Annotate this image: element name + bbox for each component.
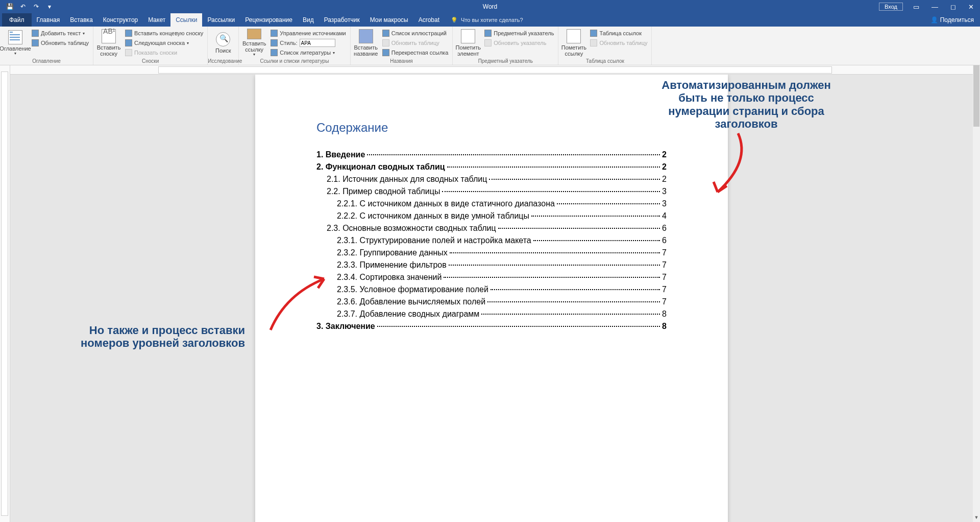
tab-рассылки[interactable]: Рассылки bbox=[202, 13, 240, 27]
mark-citation-button[interactable]: Пометить ссылку bbox=[560, 28, 587, 57]
toc-entry-page: 7 bbox=[662, 273, 667, 282]
citation-icon bbox=[247, 29, 261, 39]
manage-sources-button[interactable]: Управление источниками bbox=[268, 29, 348, 38]
redo-button[interactable]: ↷ bbox=[31, 1, 42, 12]
scrollbar-thumb[interactable] bbox=[973, 65, 979, 127]
arrow-right-icon bbox=[702, 131, 758, 202]
document-page[interactable]: Содержание 1. Введение 22. Функционал св… bbox=[255, 75, 728, 522]
qat-customize-button[interactable]: ▾ bbox=[44, 1, 55, 12]
toc-entry[interactable]: 2.3.5. Условное форматирование полей 7 bbox=[316, 285, 667, 294]
search-button[interactable]: 🔍 Поиск bbox=[210, 28, 236, 57]
tab-acrobat[interactable]: Acrobat bbox=[413, 13, 445, 27]
document-area: Содержание 1. Введение 22. Функционал св… bbox=[10, 75, 973, 522]
tab-мои макросы[interactable]: Мои макросы bbox=[365, 13, 413, 27]
add-text-button[interactable]: Добавить текст ▾ bbox=[30, 29, 91, 38]
ribbon-options-button[interactable]: ▭ bbox=[907, 0, 925, 13]
titlebar: 💾 ↶ ↷ ▾ Word Вход ▭ — ◻ ✕ bbox=[0, 0, 980, 13]
toc-entry[interactable]: 2. Функционал сводных таблиц 2 bbox=[316, 162, 667, 172]
toc-entry[interactable]: 2.3.6. Добавление вычисляемых полей 7 bbox=[316, 297, 667, 306]
toc-entry-text: 2.1. Источник данных для сводных таблиц bbox=[327, 175, 487, 184]
tab-вид[interactable]: Вид bbox=[298, 13, 319, 27]
figure-list-button[interactable]: Список иллюстраций bbox=[380, 29, 451, 38]
toc-button[interactable]: Оглавление ▾ bbox=[2, 28, 29, 57]
show-footnotes-icon bbox=[125, 49, 132, 56]
insert-citation-label: Вставить ссылку bbox=[241, 40, 267, 53]
save-button[interactable]: 💾 bbox=[4, 1, 15, 12]
toc-entry[interactable]: 2.2. Пример сводной таблицы 3 bbox=[316, 187, 667, 196]
toc-entry[interactable]: 3. Заключение 8 bbox=[316, 322, 667, 331]
insert-caption-button[interactable]: Вставить название bbox=[353, 28, 379, 57]
toc-entry[interactable]: 2.3.1. Структурирование полей и настройк… bbox=[316, 236, 667, 245]
toc-entry[interactable]: 1. Введение 2 bbox=[316, 150, 667, 159]
toc-entry-text: 2.2.2. С источником данных в виде умной … bbox=[337, 211, 529, 221]
toc-leader-dots bbox=[450, 252, 660, 253]
insert-footnote-button[interactable]: AB¹ Вставить сноску bbox=[95, 28, 122, 57]
toc-entry[interactable]: 2.3.4. Сортировка значений 7 bbox=[316, 273, 667, 282]
bibliography-button[interactable]: Список литературы ▾ bbox=[268, 48, 348, 57]
ruler-horizontal[interactable] bbox=[10, 65, 980, 75]
style-select[interactable] bbox=[300, 39, 335, 47]
vertical-scrollbar[interactable]: ▲ ▼ bbox=[973, 65, 980, 522]
tell-me[interactable]: 💡 Что вы хотите сделать? bbox=[451, 17, 523, 23]
toc-entry-page: 2 bbox=[662, 162, 667, 172]
group-captions-label: Названия bbox=[351, 58, 453, 64]
next-footnote-button[interactable]: Следующая сноска ▾ bbox=[123, 38, 205, 48]
update-authorities-button[interactable]: Обновить таблицу bbox=[588, 38, 649, 48]
tab-file[interactable]: Файл bbox=[2, 13, 32, 27]
group-footnotes: AB¹ Вставить сноску Вставить концевую сн… bbox=[93, 27, 208, 65]
toc-entry-page: 7 bbox=[662, 260, 667, 270]
tab-главная[interactable]: Главная bbox=[32, 13, 65, 27]
group-index-label: Предметный указатель bbox=[453, 58, 558, 64]
update-index-button[interactable]: Обновить указатель bbox=[482, 38, 556, 48]
toc-button-label: Оглавление bbox=[0, 45, 31, 52]
citation-style-row: Стиль: bbox=[268, 38, 348, 48]
close-button[interactable]: ✕ bbox=[962, 0, 980, 13]
endnote-label: Вставить концевую сноску bbox=[134, 30, 203, 36]
toc-leader-dots bbox=[377, 326, 660, 327]
annotation-right: Автоматизированным должен быть не только… bbox=[654, 79, 838, 130]
style-label: Стиль: bbox=[280, 40, 297, 46]
tab-рецензирование[interactable]: Рецензирование bbox=[240, 13, 298, 27]
minimize-button[interactable]: — bbox=[925, 0, 944, 13]
toc-entry[interactable]: 2.3.2. Группирование данных 7 bbox=[316, 248, 667, 257]
toc-entry[interactable]: 2.1. Источник данных для сводных таблиц … bbox=[316, 175, 667, 184]
toc-leader-dots bbox=[533, 240, 660, 241]
tab-разработчик[interactable]: Разработчик bbox=[319, 13, 365, 27]
insert-endnote-button[interactable]: Вставить концевую сноску bbox=[123, 29, 205, 38]
toc-leader-dots bbox=[491, 289, 660, 290]
toc-entry[interactable]: 2.3.7. Добавление сводных диаграмм 8 bbox=[316, 310, 667, 319]
toc-entry[interactable]: 2.3.3. Применение фильтров 7 bbox=[316, 260, 667, 270]
tab-макет[interactable]: Макет bbox=[143, 13, 170, 27]
tab-ссылки[interactable]: Ссылки bbox=[170, 13, 202, 27]
scroll-down-icon[interactable]: ▼ bbox=[973, 515, 980, 522]
search-icon: 🔍 bbox=[216, 32, 230, 46]
show-footnotes-button[interactable]: Показать сноски bbox=[123, 48, 205, 57]
ribbon: Оглавление ▾ Добавить текст ▾ Обновить т… bbox=[0, 27, 980, 65]
toc-entry[interactable]: 2.3. Основные возможности сводных таблиц… bbox=[316, 224, 667, 233]
group-index: Пометить элемент Предметный указатель Об… bbox=[453, 27, 558, 65]
toc-entry[interactable]: 2.2.1. С источником данных в виде статич… bbox=[316, 199, 667, 208]
cross-ref-button[interactable]: Перекрестная ссылка bbox=[380, 48, 451, 57]
maximize-button[interactable]: ◻ bbox=[944, 0, 962, 13]
insert-citation-button[interactable]: Вставить ссылку ▾ bbox=[241, 28, 267, 57]
manage-sources-icon bbox=[271, 30, 278, 37]
add-text-label: Добавить текст bbox=[41, 30, 81, 36]
tab-вставка[interactable]: Вставка bbox=[65, 13, 98, 27]
toc-entry[interactable]: 2.2.2. С источником данных в виде умной … bbox=[316, 211, 667, 221]
ribbon-tabs: Файл ГлавнаяВставкаКонструкторМакетСсылк… bbox=[0, 13, 980, 27]
toc-entry-text: 2.3.5. Условное форматирование полей bbox=[337, 285, 488, 294]
footnote-icon: AB¹ bbox=[102, 29, 116, 43]
tab-конструктор[interactable]: Конструктор bbox=[98, 13, 143, 27]
update-toc-button[interactable]: Обновить таблицу bbox=[30, 38, 91, 48]
mark-entry-button[interactable]: Пометить элемент bbox=[455, 28, 481, 57]
undo-button[interactable]: ↶ bbox=[17, 1, 29, 12]
ruler-vertical[interactable] bbox=[0, 65, 10, 522]
login-button[interactable]: Вход bbox=[879, 3, 903, 11]
update-captions-label: Обновить таблицу bbox=[391, 40, 439, 46]
update-captions-button[interactable]: Обновить таблицу bbox=[380, 38, 451, 48]
insert-index-button[interactable]: Предметный указатель bbox=[482, 29, 556, 38]
toc-entry-page: 6 bbox=[662, 224, 667, 233]
share-button[interactable]: 👤 Поделиться bbox=[930, 16, 974, 23]
insert-authorities-button[interactable]: Таблица ссылок bbox=[588, 29, 649, 38]
add-text-icon bbox=[32, 30, 39, 37]
